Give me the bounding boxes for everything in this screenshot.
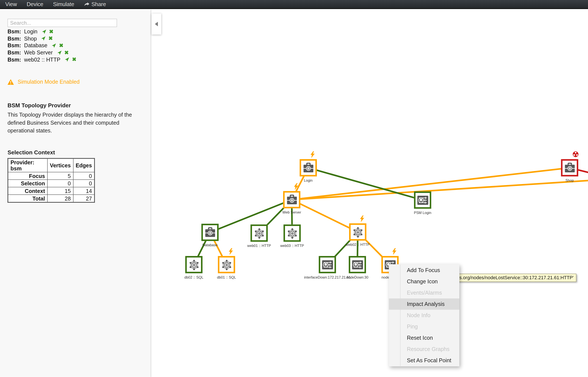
node-label-db02: db02 :: SQL (184, 275, 203, 279)
tooltip: s.org/nodes/nodeLostService::30:172.217.… (457, 274, 576, 282)
remove-from-focus-icon[interactable]: ✖ (59, 43, 63, 48)
molecule-icon (188, 259, 200, 271)
lightning-bolt-icon (392, 248, 397, 257)
radiation-icon: ☢ (572, 151, 579, 158)
node-label-psmlogin: PSM Login (414, 211, 431, 215)
provider-description: This Topology Provider displays the hier… (8, 111, 144, 135)
row-label-cell: Selection (8, 180, 47, 187)
remove-from-focus-icon[interactable]: ✖ (72, 57, 76, 62)
search-input[interactable] (8, 19, 117, 27)
table-header-cell: Vertices (47, 158, 73, 172)
navigate-to-focus-icon[interactable] (41, 36, 46, 41)
graph-node-database[interactable] (201, 224, 219, 241)
graph-node-web03[interactable] (284, 224, 301, 242)
graph-node-db01[interactable] (218, 256, 235, 273)
node-label-db01: db01 :: SQL (217, 275, 236, 279)
value-cell: 14 (73, 187, 95, 195)
row-label-cell: Focus (8, 172, 47, 180)
graph-node-webserver[interactable] (283, 191, 300, 208)
sidebar: Bsm:Login✖Bsm:Shop✖Bsm:Database✖Bsm:Web … (0, 10, 151, 377)
graph-node-psmlogin[interactable] (414, 191, 432, 209)
remove-from-focus-icon[interactable]: ✖ (64, 50, 69, 55)
selection-context: Selection Context Provider: bsmVerticesE… (8, 149, 95, 203)
graph-node-web02[interactable] (349, 223, 366, 241)
alarm-icon (417, 194, 429, 206)
menubar-item-device[interactable]: Device (27, 1, 43, 7)
graph-node-nodedown[interactable] (349, 256, 366, 273)
provider-info: BSM Topology Provider This Topology Prov… (8, 102, 144, 135)
selection-context-title: Selection Context (8, 149, 95, 155)
focal-item-shop: Bsm:Shop✖ (8, 35, 77, 42)
molecule-icon (352, 226, 364, 238)
node-label-web02: web02 :: HTTP (346, 243, 370, 247)
graph-node-db02[interactable] (185, 256, 202, 273)
focal-item-prefix: Bsm: (8, 57, 21, 63)
focal-item-login: Bsm:Login✖ (8, 28, 77, 35)
focal-item-web-server: Bsm:Web Server✖ (8, 49, 77, 56)
lightning-bolt-icon (310, 151, 315, 160)
navigate-to-focus-icon[interactable] (65, 57, 69, 62)
menubar-item-view[interactable]: View (5, 1, 17, 7)
graph-node-ifdown[interactable] (319, 256, 336, 273)
navigate-to-focus-icon[interactable] (42, 29, 46, 34)
table-row: Context1514 (8, 187, 94, 195)
menubar-item-label: View (5, 1, 17, 7)
briefcase-icon (204, 226, 216, 238)
focal-item-prefix: Bsm: (8, 43, 21, 48)
context-menu-item-ping: Ping (389, 321, 460, 332)
node-label-nodedown: nodeDown:30 (346, 275, 368, 279)
context-menu-item-change-icon[interactable]: Change Icon (389, 276, 460, 287)
menubar-item-label: Share (91, 1, 106, 7)
context-menu-item-impact-analysis[interactable]: Impact Analysis (389, 298, 460, 310)
node-label-web01: web01 :: HTTP (247, 244, 271, 248)
molecule-icon (286, 227, 298, 239)
context-menu-item-reset-icon[interactable]: Reset Icon (389, 332, 460, 343)
row-label-cell: Context (8, 187, 47, 195)
value-cell: 28 (47, 195, 73, 202)
simulation-warning-text: Simulation Mode Enabled (18, 79, 79, 85)
value-cell: 15 (47, 187, 73, 195)
table-header-row: Provider: bsmVerticesEdges (8, 158, 94, 172)
focal-item-name: Web Server (24, 50, 53, 56)
opennms-topology-app: ViewDeviceSimulateShare Bsm:Login✖Bsm:Sh… (0, 0, 588, 377)
sidebar-collapse-button[interactable] (152, 13, 161, 35)
graph-node-web01[interactable] (251, 224, 268, 242)
provider-title: BSM Topology Provider (8, 102, 144, 108)
node-label-web03: web03 :: HTTP (280, 244, 304, 248)
focal-item-name: Login (24, 29, 37, 35)
node-label-shop: Shop (566, 178, 574, 182)
context-menu-item-node-info: Node Info (389, 310, 460, 321)
lightning-bolt-icon (228, 248, 233, 257)
remove-from-focus-icon[interactable]: ✖ (48, 36, 53, 41)
node-label-ifdown: interfaceDown:172.217.21.61 (304, 275, 351, 279)
value-cell: 0 (47, 180, 73, 187)
menubar-item-share[interactable]: Share (84, 1, 106, 7)
node-label-webserver: Web Server (282, 210, 301, 214)
table-row: Selection00 (8, 180, 94, 187)
node-label-login: Login (304, 178, 312, 182)
context-menu-item-resource-graphs: Resource Graphs (389, 343, 460, 355)
context-menu-item-add-to-focus[interactable]: Add To Focus (389, 265, 460, 276)
graph-node-login[interactable] (300, 159, 317, 177)
briefcase-icon (302, 162, 314, 174)
briefcase-icon (286, 194, 298, 206)
menubar-item-simulate[interactable]: Simulate (53, 1, 74, 7)
topology-canvas[interactable] (152, 10, 588, 377)
menubar-item-label: Simulate (53, 1, 74, 7)
focal-item-prefix: Bsm: (8, 29, 21, 35)
focal-item-web02-http: Bsm:web02 :: HTTP✖ (8, 56, 77, 63)
lightning-bolt-icon (360, 215, 365, 224)
simulation-warning: Simulation Mode Enabled (8, 79, 80, 85)
value-cell: 0 (73, 172, 95, 180)
value-cell: 0 (73, 180, 95, 187)
graph-node-shop[interactable] (561, 159, 578, 177)
context-menu-item-set-as-focal-point[interactable]: Set As Focal Point (389, 355, 460, 366)
node-label-database: Database (202, 243, 217, 247)
remove-from-focus-icon[interactable]: ✖ (49, 29, 53, 34)
navigate-to-focus-icon[interactable] (52, 43, 56, 48)
collapse-left-icon (154, 21, 159, 27)
focal-item-name: web02 :: HTTP (24, 57, 60, 63)
briefcase-icon (564, 162, 576, 174)
navigate-to-focus-icon[interactable] (57, 50, 62, 55)
context-menu: Add To FocusChange IconEvents/AlarmsImpa… (389, 264, 460, 366)
